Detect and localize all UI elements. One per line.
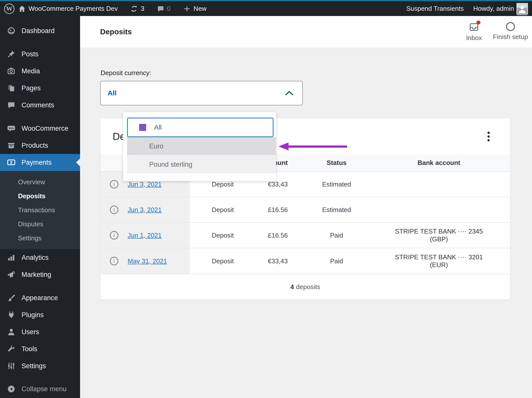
comments-bubble-icon: [7, 101, 16, 109]
sidebar-item-media[interactable]: Media: [0, 63, 80, 80]
currency-option-pound-sterling[interactable]: Pound sterling: [127, 156, 276, 173]
col-header-bank[interactable]: Bank account: [385, 159, 510, 167]
sidebar-item-plugins[interactable]: Plugins: [0, 306, 80, 323]
site-name-link[interactable]: WooCommerce Payments Dev: [18, 5, 118, 13]
sidebar-item-products[interactable]: Products: [0, 137, 80, 154]
updates-icon: [130, 5, 138, 13]
svg-text:Woo: Woo: [9, 127, 14, 129]
annotation-arrow-icon: [279, 142, 349, 150]
main-content: Deposits Inbox Finish setup Deposit curr…: [80, 16, 532, 398]
account-menu[interactable]: Howdy, admin: [473, 3, 528, 15]
new-content-link[interactable]: New: [183, 5, 206, 13]
submenu-item-transactions[interactable]: Transactions: [0, 203, 80, 217]
wrench-icon: [7, 345, 16, 353]
sidebar-item-analytics[interactable]: Analytics: [0, 249, 80, 266]
sidebar-item-label: Marketing: [22, 271, 51, 279]
kebab-menu-icon[interactable]: [482, 129, 494, 144]
sidebar-item-posts[interactable]: Posts: [0, 46, 80, 63]
updates-link[interactable]: 3: [130, 5, 144, 13]
submenu-item-overview[interactable]: Overview: [0, 175, 80, 189]
inbox-icon: [469, 26, 479, 34]
submenu-item-deposits[interactable]: Deposits: [0, 189, 80, 203]
deposit-status: Paid: [288, 232, 385, 239]
deposit-date-link[interactable]: Jun 3, 2021: [128, 180, 162, 188]
deposit-date-link[interactable]: May 31, 2021: [128, 257, 167, 265]
info-icon[interactable]: i: [110, 257, 118, 265]
currency-option-euro[interactable]: Euro: [127, 137, 276, 155]
page-title: Deposits: [100, 28, 466, 36]
deposit-currency-select[interactable]: All: [100, 81, 303, 105]
submenu-item-disputes[interactable]: Disputes: [0, 217, 80, 231]
info-icon[interactable]: i: [110, 231, 118, 240]
comments-icon: [157, 5, 164, 13]
dashboard-icon: [7, 27, 16, 35]
collapse-menu-label: Collapse menu: [22, 385, 67, 393]
comments-count: 0: [167, 5, 170, 13]
sidebar-item-comments[interactable]: Comments: [0, 97, 80, 114]
deposit-bank-account: STRIPE TEST BANK ···· 3201 (EUR): [385, 253, 510, 269]
info-icon[interactable]: i: [110, 206, 118, 214]
deposit-type: Deposit: [190, 180, 250, 188]
inbox-button[interactable]: Inbox: [466, 22, 482, 42]
option-label: Euro: [149, 142, 163, 150]
deposit-status: Paid: [288, 257, 385, 265]
sidebar-item-tools[interactable]: Tools: [0, 340, 80, 357]
finish-setup-button[interactable]: Finish setup: [493, 22, 528, 41]
sidebar: Dashboard Posts Media Pages Comments Woo…: [0, 16, 80, 398]
sidebar-item-pages[interactable]: Pages: [0, 80, 80, 97]
sidebar-item-marketing[interactable]: Marketing: [0, 266, 80, 283]
sidebar-item-label: Products: [22, 142, 48, 149]
avatar: [516, 3, 528, 15]
deposit-amount: £16.56: [250, 232, 288, 239]
deposit-amount: €33,43: [250, 180, 288, 188]
selected-option-square-icon: [139, 124, 146, 131]
howdy-label: Howdy, admin: [473, 5, 514, 13]
deposit-bank-account: STRIPE TEST BANK ···· 2345 (GBP): [385, 228, 510, 243]
paintbrush-icon: [7, 294, 16, 302]
deposit-amount: £16.56: [250, 206, 288, 214]
sidebar-item-woocommerce[interactable]: Woo WooCommerce: [0, 120, 80, 137]
submenu-item-settings[interactable]: Settings: [0, 231, 80, 245]
media-icon: [7, 67, 16, 75]
sidebar-item-label: Appearance: [22, 294, 58, 302]
new-label: New: [193, 5, 206, 13]
table-row: i Jun 1, 2021 Deposit £16.56 Paid STRIPE…: [101, 223, 510, 248]
sidebar-item-label: Dashboard: [22, 27, 55, 35]
updates-count: 3: [141, 5, 144, 13]
deposit-count: 4: [290, 283, 294, 291]
pushpin-icon: [7, 50, 16, 58]
deposit-date-link[interactable]: Jun 1, 2021: [128, 232, 162, 239]
sidebar-item-settings[interactable]: Settings: [0, 357, 80, 374]
sidebar-item-appearance[interactable]: Appearance: [0, 289, 80, 306]
wordpress-logo-icon[interactable]: W: [4, 4, 15, 14]
admin-bar: W WooCommerce Payments Dev 3: [0, 0, 532, 16]
svg-text:$: $: [10, 160, 13, 164]
setup-progress-icon: [506, 22, 515, 31]
currency-option-all[interactable]: All: [127, 118, 274, 137]
deposit-date-link[interactable]: Jun 3, 2021: [128, 206, 162, 214]
woocommerce-icon: Woo: [7, 124, 16, 133]
deposit-amount: €33,43: [250, 257, 288, 265]
sidebar-item-label: Payments: [22, 159, 52, 166]
megaphone-icon: [7, 270, 16, 279]
sidebar-item-dashboard[interactable]: Dashboard: [0, 22, 80, 39]
info-icon[interactable]: i: [110, 180, 118, 188]
sidebar-item-label: Tools: [22, 345, 37, 353]
suspend-transients-link[interactable]: Suspend Transients: [406, 5, 464, 13]
sidebar-item-label: Media: [22, 67, 40, 75]
collapse-menu-button[interactable]: Collapse menu: [0, 380, 80, 397]
option-label: All: [154, 124, 162, 131]
sliders-icon: [7, 362, 16, 370]
sidebar-item-label: Analytics: [22, 254, 49, 262]
home-icon: [18, 5, 26, 13]
chevron-up-icon: [285, 91, 293, 96]
comments-link[interactable]: 0: [157, 5, 170, 13]
sidebar-item-payments[interactable]: $ Payments: [0, 154, 80, 171]
sidebar-item-label: WooCommerce: [22, 125, 68, 132]
sidebar-item-users[interactable]: Users: [0, 323, 80, 340]
analytics-bars-icon: [7, 253, 16, 262]
deposit-type: Deposit: [190, 257, 250, 265]
col-header-status[interactable]: Status: [288, 159, 385, 167]
selected-currency-value: All: [108, 89, 285, 97]
deposit-status: Estimated: [288, 180, 385, 188]
